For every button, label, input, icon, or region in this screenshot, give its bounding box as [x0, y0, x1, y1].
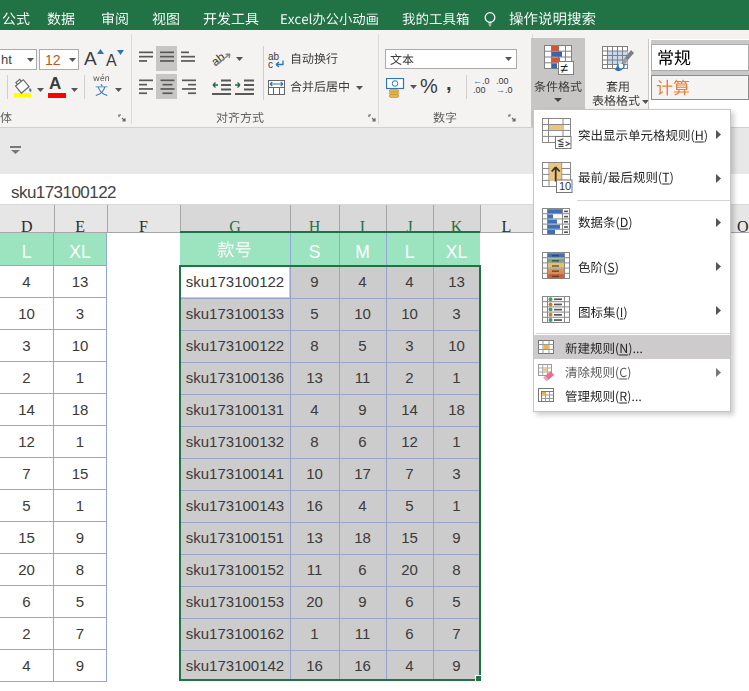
svg-text:ab: ab [212, 50, 228, 68]
svg-text:c: c [268, 59, 273, 68]
svg-text:10: 10 [559, 180, 571, 192]
